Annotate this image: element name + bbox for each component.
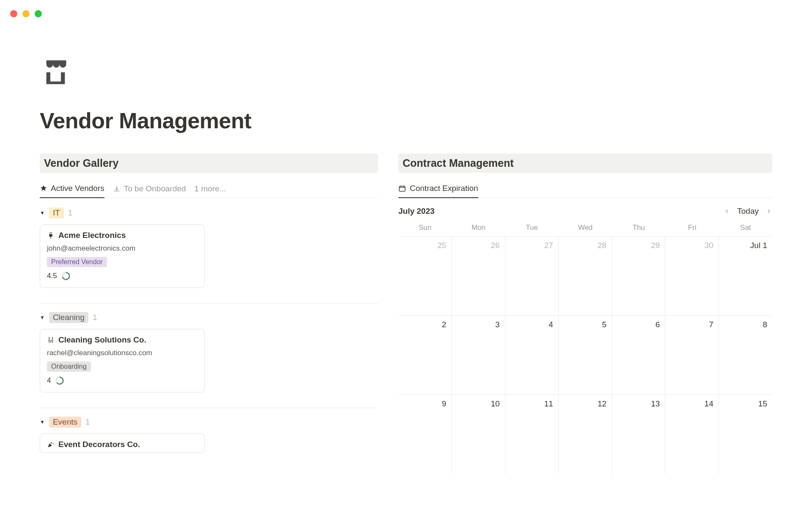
prev-month-button[interactable] bbox=[724, 208, 730, 215]
group-count: 1 bbox=[68, 208, 73, 218]
group-header-events[interactable]: ▼ Events 1 bbox=[40, 417, 378, 428]
group-divider bbox=[40, 408, 378, 408]
window-controls bbox=[10, 10, 42, 17]
progress-ring-icon bbox=[61, 271, 71, 281]
calendar-cell[interactable]: 13 bbox=[612, 395, 665, 474]
progress-ring-icon bbox=[55, 376, 64, 385]
day-header: Wed bbox=[559, 224, 612, 232]
calendar-month-label: July 2023 bbox=[398, 207, 435, 216]
tab-label: To be Onboarded bbox=[124, 184, 186, 193]
calendar-cell[interactable]: 11 bbox=[505, 395, 559, 474]
vendor-name: Event Decorators Co. bbox=[58, 440, 140, 449]
vendor-name: Cleaning Solutions Co. bbox=[58, 335, 146, 345]
calendar-cell[interactable]: 30 bbox=[665, 236, 719, 315]
contract-management-header: Contract Management bbox=[398, 154, 772, 173]
tab-active-vendors[interactable]: Active Vendors bbox=[40, 184, 104, 198]
calendar-cell[interactable]: 4 bbox=[505, 315, 559, 395]
store-icon bbox=[40, 55, 71, 87]
calendar-cell[interactable]: 7 bbox=[665, 315, 719, 395]
calendar-grid: Sun Mon Tue Wed Thu Fri Sat 25 26 27 28 … bbox=[398, 224, 772, 474]
day-header: Sun bbox=[398, 224, 452, 232]
vendor-gallery-title: Vendor Gallery bbox=[44, 157, 374, 169]
page-title: Vendor Management bbox=[40, 108, 772, 133]
vendor-gallery-header: Vendor Gallery bbox=[40, 154, 378, 173]
calendar-cell[interactable]: 8 bbox=[719, 315, 772, 395]
day-header: Mon bbox=[452, 224, 505, 232]
calendar-cell[interactable]: 28 bbox=[559, 236, 612, 315]
fullscreen-window-button[interactable] bbox=[35, 10, 42, 17]
vendor-email: rachel@cleaningsolutionsco.com bbox=[47, 349, 198, 357]
status-chip: Onboarding bbox=[47, 362, 91, 372]
calendar-cell[interactable]: 14 bbox=[665, 395, 719, 474]
calendar-header: July 2023 Today bbox=[398, 207, 772, 216]
calendar-cell[interactable]: 12 bbox=[559, 395, 612, 474]
gallery-tabs: Active Vendors To be Onboarded 1 more... bbox=[40, 184, 378, 198]
group-count: 1 bbox=[85, 417, 90, 427]
today-button[interactable]: Today bbox=[737, 207, 759, 216]
svg-rect-4 bbox=[399, 186, 405, 191]
group-chip-events: Events bbox=[49, 417, 81, 428]
vendor-name: Acme Electronics bbox=[58, 231, 126, 240]
calendar-cell[interactable]: 10 bbox=[452, 395, 505, 474]
calendar-cell[interactable]: 26 bbox=[452, 236, 505, 315]
vendor-rating: 4 bbox=[47, 376, 51, 385]
tab-label: Contract Expiration bbox=[410, 184, 478, 193]
minimize-window-button[interactable] bbox=[22, 10, 30, 17]
calendar-cell[interactable]: Jul 1 bbox=[719, 236, 772, 315]
calendar-cell[interactable]: 25 bbox=[398, 236, 452, 315]
calendar-cell[interactable]: 5 bbox=[559, 315, 612, 395]
cleaning-icon bbox=[47, 336, 55, 344]
plug-icon bbox=[47, 232, 55, 239]
group-count: 1 bbox=[93, 313, 97, 322]
chevron-down-icon: ▼ bbox=[40, 210, 45, 216]
contract-management-column: Contract Management Contract Expiration … bbox=[398, 154, 772, 474]
tab-to-be-onboarded[interactable]: To be Onboarded bbox=[113, 184, 186, 198]
calendar-icon bbox=[398, 185, 406, 192]
party-popper-icon bbox=[47, 441, 55, 448]
star-icon bbox=[40, 185, 47, 192]
calendar-cell[interactable]: 29 bbox=[612, 236, 665, 315]
vendor-card-cleaning[interactable]: Cleaning Solutions Co. rachel@cleaningso… bbox=[40, 329, 205, 392]
vendor-rating: 4.5 bbox=[47, 272, 57, 280]
contract-tabs: Contract Expiration bbox=[398, 184, 772, 198]
group-chip-it: IT bbox=[49, 207, 64, 218]
day-header: Thu bbox=[612, 224, 665, 232]
vendor-gallery-column: Vendor Gallery Active Vendors To be Onbo… bbox=[40, 154, 378, 474]
download-icon bbox=[113, 185, 121, 193]
calendar-cell[interactable]: 15 bbox=[719, 395, 772, 474]
chevron-down-icon: ▼ bbox=[40, 315, 45, 320]
day-header: Tue bbox=[505, 224, 559, 232]
group-chip-cleaning: Cleaning bbox=[49, 312, 88, 323]
tab-label: Active Vendors bbox=[51, 184, 104, 193]
day-header: Fri bbox=[665, 224, 719, 232]
group-header-cleaning[interactable]: ▼ Cleaning 1 bbox=[40, 312, 378, 323]
vendor-email: john@acmeelectronics.com bbox=[47, 244, 198, 253]
contract-management-title: Contract Management bbox=[403, 157, 768, 169]
calendar-cell[interactable]: 9 bbox=[398, 395, 452, 474]
calendar-cell[interactable]: 6 bbox=[612, 315, 665, 395]
status-chip: Preferred Vendor bbox=[47, 257, 107, 267]
tab-contract-expiration[interactable]: Contract Expiration bbox=[398, 184, 478, 198]
page-content: Vendor Management Vendor Gallery Active … bbox=[0, 0, 812, 474]
group-divider bbox=[40, 303, 378, 304]
chevron-down-icon: ▼ bbox=[40, 419, 45, 425]
calendar-cell[interactable]: 27 bbox=[505, 236, 559, 315]
app-window: Vendor Management Vendor Gallery Active … bbox=[0, 0, 812, 508]
vendor-card-events[interactable]: Event Decorators Co. bbox=[40, 433, 205, 453]
day-header: Sat bbox=[719, 224, 772, 232]
group-header-it[interactable]: ▼ IT 1 bbox=[40, 207, 378, 218]
vendor-card-acme[interactable]: Acme Electronics john@acmeelectronics.co… bbox=[40, 224, 205, 288]
close-window-button[interactable] bbox=[10, 10, 17, 17]
tabs-more-indicator[interactable]: 1 more... bbox=[195, 184, 226, 198]
calendar-cell[interactable]: 2 bbox=[398, 315, 452, 395]
calendar-cell[interactable]: 3 bbox=[452, 315, 505, 395]
next-month-button[interactable] bbox=[765, 208, 772, 215]
